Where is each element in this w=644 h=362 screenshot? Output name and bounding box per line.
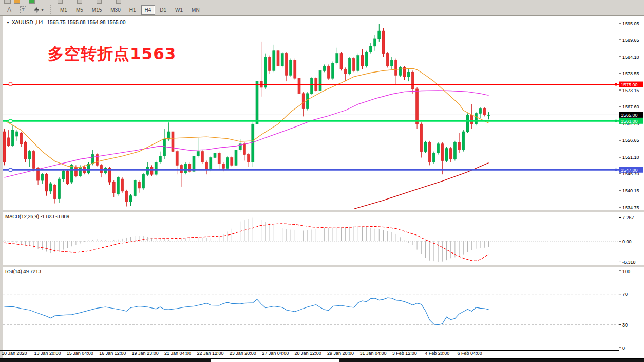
rsi-tick-label: 30 xyxy=(622,322,628,328)
chart-title: ▼XAUUSD-,H41565.75 1565.88 1564.98 1565.… xyxy=(6,20,125,25)
price-tick-label: 1534.75 xyxy=(622,205,639,210)
rsi-panel[interactable] xyxy=(3,294,619,325)
price-tick-label: 1540.15 xyxy=(622,188,639,193)
price-tick-label: 1567.60 xyxy=(622,104,639,110)
rsi-tick-label: 0 xyxy=(622,346,625,351)
chart-annotation-text[interactable]: 多空转折点1563 xyxy=(48,43,176,65)
window-left-edge xyxy=(0,16,3,362)
macd-tick-label: 0.00 xyxy=(622,239,632,244)
time-tick-label: 3 Feb 12:00 xyxy=(392,351,417,356)
rsi-indicator-label: RSI(14) 49.7213 xyxy=(5,268,41,274)
time-tick-label: 21 Jan 04:00 xyxy=(164,351,191,356)
time-tick-label: 10 Jan 2020 xyxy=(2,351,27,356)
chart-ohlc: 1565.75 1565.88 1564.98 1565.00 xyxy=(47,20,126,25)
time-tick-label: 6 Feb 04:00 xyxy=(458,351,482,356)
time-tick-label: 28 Jan 12:00 xyxy=(295,351,321,356)
price-tick-label: 1595.05 xyxy=(622,21,639,26)
time-tick-label: 19 Jan 23:00 xyxy=(132,351,159,356)
time-tick-label: 23 Jan 20:00 xyxy=(230,351,256,356)
rsi-tick-label: 70 xyxy=(622,292,628,297)
macd-tick-label: 7.267 xyxy=(622,215,634,220)
price-tick-label: 1578.55 xyxy=(622,71,639,76)
time-tick-label: 31 Jan 04:00 xyxy=(359,351,386,356)
rsi-tick-label: 100 xyxy=(622,269,630,274)
symbol-dropdown-icon[interactable]: ▼ xyxy=(6,21,10,24)
chart-symbol: XAUUSD-,H4 xyxy=(12,20,43,25)
price-badge-label: 1565.00 xyxy=(621,113,638,118)
bottom-bar-left xyxy=(0,359,211,362)
time-tick-label: 15 Jan 04:00 xyxy=(67,351,93,356)
macd-panel[interactable] xyxy=(3,217,619,262)
price-badge-label: 1547.00 xyxy=(621,168,638,173)
time-tick-label: 22 Jan 12:00 xyxy=(197,351,223,356)
macd-tick-label: -6.318 xyxy=(622,260,636,265)
price-tick-label: 1584.10 xyxy=(622,55,639,60)
price-tick-label: 1551.10 xyxy=(622,155,639,160)
time-tick-label: 4 Feb 20:00 xyxy=(425,351,449,356)
price-badge-label: 1575.00 xyxy=(621,82,638,87)
time-tick-label: 16 Jan 12:00 xyxy=(99,351,126,356)
time-tick-label: 13 Jan 20:00 xyxy=(34,351,61,356)
price-badge-label: 1563.00 xyxy=(621,119,638,124)
mt4-window: A T ▾ M1M5M15M30H1H4D1W1MN 1595.051589.6… xyxy=(0,0,644,362)
price-tick-label: 1589.65 xyxy=(622,38,639,43)
price-tick-label: 1556.65 xyxy=(622,138,639,143)
price-tick-label: 1573.15 xyxy=(622,88,639,93)
bottom-bar-right xyxy=(339,359,644,362)
time-tick-label: 27 Jan 04:00 xyxy=(262,351,289,356)
macd-indicator-label: MACD(12,26,9) -1.823 -3.889 xyxy=(5,213,69,219)
time-tick-label: 29 Jan 20:00 xyxy=(327,351,354,356)
time-axis[interactable]: 10 Jan 202013 Jan 20:0015 Jan 04:0016 Ja… xyxy=(2,351,482,356)
